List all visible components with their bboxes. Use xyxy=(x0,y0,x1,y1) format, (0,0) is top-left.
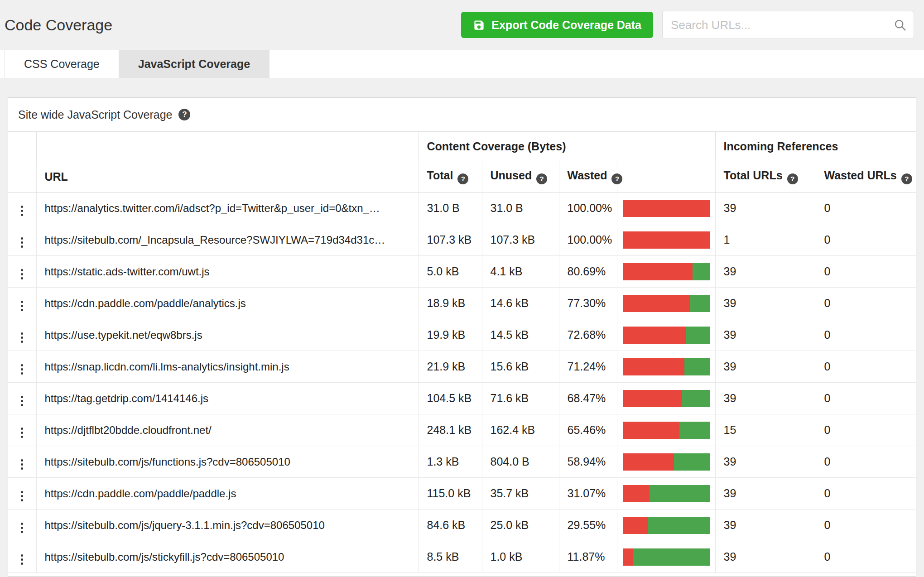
url-cell: https://static.ads-twitter.com/uwt.js xyxy=(36,256,419,288)
panel-title-row: Site wide JavaScript Coverage ? xyxy=(8,98,916,131)
total-urls-cell: 1 xyxy=(715,224,816,256)
coverage-table: Content Coverage (Bytes) Incoming Refere… xyxy=(8,131,916,573)
unused-cell: 1.0 kB xyxy=(482,541,559,573)
menu-column-spacer xyxy=(8,132,36,161)
wasted-bar-red xyxy=(623,390,682,407)
wasted-bar-cell xyxy=(617,351,715,383)
unused-cell: 162.4 kB xyxy=(482,414,559,446)
url-cell: https://sitebulb.com/js/functions.js?cdv… xyxy=(36,446,419,478)
row-menu-kebab-icon[interactable] xyxy=(18,520,26,536)
row-menu-cell xyxy=(8,192,36,224)
table-row: https://use.typekit.net/eqw8brs.js 19.9 … xyxy=(8,319,916,351)
row-menu-kebab-icon[interactable] xyxy=(18,552,26,567)
total-urls-cell: 39 xyxy=(715,192,816,224)
row-menu-kebab-icon[interactable] xyxy=(18,330,26,346)
search-input[interactable] xyxy=(662,11,914,39)
row-menu-cell xyxy=(8,256,36,288)
wasted-bar-red xyxy=(623,295,690,312)
wasted-percent-cell: 11.87% xyxy=(559,541,617,573)
total-cell: 18.9 kB xyxy=(419,288,482,319)
total-cell: 8.5 kB xyxy=(419,541,482,573)
table-row: https://sitebulb.com/_Incapsula_Resource… xyxy=(8,224,916,256)
wasted-urls-help-icon[interactable]: ? xyxy=(901,173,912,184)
wasted-help-icon[interactable]: ? xyxy=(611,173,622,184)
row-menu-cell xyxy=(8,383,36,414)
row-menu-kebab-icon[interactable] xyxy=(18,488,26,504)
wasted-percent-cell: 100.00% xyxy=(559,224,617,256)
wasted-percent-cell: 77.30% xyxy=(559,288,617,319)
wasted-bar-green xyxy=(686,327,709,344)
row-menu-cell xyxy=(8,510,36,541)
wasted-percent-cell: 31.07% xyxy=(559,478,617,510)
total-cell: 84.6 kB xyxy=(419,510,482,541)
wasted-urls-cell: 0 xyxy=(816,414,916,446)
total-cell: 1.3 kB xyxy=(419,446,482,478)
wasted-urls-cell: 0 xyxy=(816,541,916,573)
row-menu-kebab-icon[interactable] xyxy=(18,266,26,282)
wasted-urls-cell: 0 xyxy=(816,288,916,319)
table-row: https://cdn.paddle.com/paddle/analytics.… xyxy=(8,288,916,319)
unused-cell: 25.0 kB xyxy=(482,510,559,541)
url-cell: https://sitebulb.com/_Incapsula_Resource… xyxy=(36,224,419,256)
wasted-urls-cell: 0 xyxy=(816,224,916,256)
code-coverage-page: Code Coverage Export Code Coverage Data … xyxy=(0,0,924,577)
url-cell: https://analytics.twitter.com/i/adsct?p_… xyxy=(36,192,419,224)
total-cell: 5.0 kB xyxy=(419,256,482,288)
row-menu-kebab-icon[interactable] xyxy=(18,361,26,377)
export-button[interactable]: Export Code Coverage Data xyxy=(461,12,653,38)
wasted-bar-red xyxy=(623,548,633,566)
row-menu-kebab-icon[interactable] xyxy=(18,425,26,441)
total-cell: 115.0 kB xyxy=(419,478,482,510)
group-header-row: Content Coverage (Bytes) Incoming Refere… xyxy=(8,132,916,161)
search-icon[interactable] xyxy=(893,18,907,32)
row-menu-cell xyxy=(8,351,36,383)
tab-css-coverage[interactable]: CSS Coverage xyxy=(5,50,119,78)
unused-cell: 804.0 B xyxy=(482,446,559,478)
wasted-bar-cell xyxy=(617,224,715,256)
panel-help-icon[interactable]: ? xyxy=(178,109,190,120)
unused-cell: 14.6 kB xyxy=(482,288,559,319)
wasted-bar-green xyxy=(650,485,709,502)
wasted-percent-cell: 65.46% xyxy=(559,414,617,446)
wasted-bar xyxy=(623,295,710,312)
row-menu-kebab-icon[interactable] xyxy=(18,203,26,219)
wasted-urls-cell: 0 xyxy=(816,446,916,478)
wasted-bar-cell xyxy=(617,383,715,414)
table-row: https://sitebulb.com/js/functions.js?cdv… xyxy=(8,446,916,478)
wasted-bar-red xyxy=(623,200,710,217)
total-urls-help-icon[interactable]: ? xyxy=(787,173,798,184)
total-urls-cell: 39 xyxy=(715,288,816,319)
total-cell: 21.9 kB xyxy=(419,351,482,383)
url-cell: https://djtflbt20bdde.cloudfront.net/ xyxy=(36,414,419,446)
total-urls-cell: 39 xyxy=(715,351,816,383)
wasted-bar-green xyxy=(679,422,709,439)
wasted-bar-red xyxy=(623,327,686,344)
wasted-bar-red xyxy=(623,453,674,471)
row-menu-kebab-icon[interactable] xyxy=(18,393,26,409)
wasted-bar xyxy=(623,485,710,502)
row-menu-kebab-icon[interactable] xyxy=(18,457,26,472)
row-menu-kebab-icon[interactable] xyxy=(18,235,26,250)
total-cell: 104.5 kB xyxy=(419,383,482,414)
wasted-bar-red xyxy=(623,231,710,249)
search-box xyxy=(662,11,914,39)
url-cell: https://sitebulb.com/js/jquery-3.1.1.min… xyxy=(36,510,419,541)
wasted-percent-cell: 72.68% xyxy=(559,319,617,351)
content-coverage-group-label: Content Coverage (Bytes) xyxy=(427,140,566,153)
tab-javascript-coverage[interactable]: JavaScript Coverage xyxy=(119,50,270,78)
save-icon xyxy=(473,19,485,31)
row-menu-cell xyxy=(8,541,36,573)
url-cell: https://cdn.paddle.com/paddle/analytics.… xyxy=(36,288,419,319)
table-row: https://djtflbt20bdde.cloudfront.net/ 24… xyxy=(8,414,916,446)
column-header-total: Total? xyxy=(419,161,482,192)
wasted-bar-red xyxy=(623,422,680,439)
total-cell: 107.3 kB xyxy=(419,224,482,256)
wasted-bar-red xyxy=(623,485,650,502)
unused-help-icon[interactable]: ? xyxy=(536,173,547,184)
url-column-spacer xyxy=(36,132,419,161)
unused-cell: 14.5 kB xyxy=(482,319,559,351)
url-cell: https://use.typekit.net/eqw8brs.js xyxy=(36,319,419,351)
total-help-icon[interactable]: ? xyxy=(457,173,468,184)
wasted-bar-cell xyxy=(617,288,715,319)
row-menu-kebab-icon[interactable] xyxy=(18,298,26,314)
